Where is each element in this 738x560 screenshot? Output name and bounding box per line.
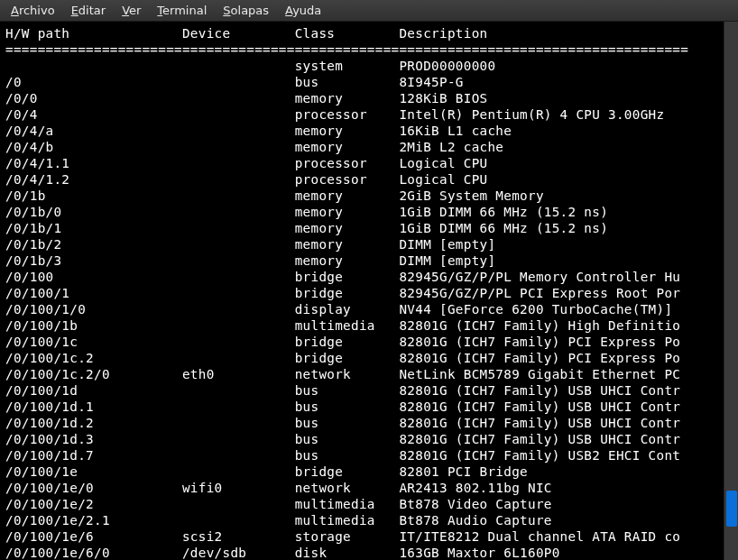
scrollbar-vertical[interactable] <box>724 22 738 560</box>
menu-terminal[interactable]: Terminal <box>157 4 207 17</box>
scrollbar-thumb[interactable] <box>726 491 737 527</box>
menu-file[interactable]: Archivo <box>11 4 55 17</box>
menu-help[interactable]: Ayuda <box>285 4 321 17</box>
menu-bar: Archivo Editar Ver Terminal Solapas Ayud… <box>0 0 738 22</box>
menu-edit[interactable]: Editar <box>71 4 106 17</box>
terminal-viewport: H/W path Device Class Description ======… <box>0 22 738 560</box>
menu-tabs[interactable]: Solapas <box>223 4 269 17</box>
menu-view[interactable]: Ver <box>122 4 141 17</box>
terminal-output[interactable]: H/W path Device Class Description ======… <box>0 22 724 560</box>
